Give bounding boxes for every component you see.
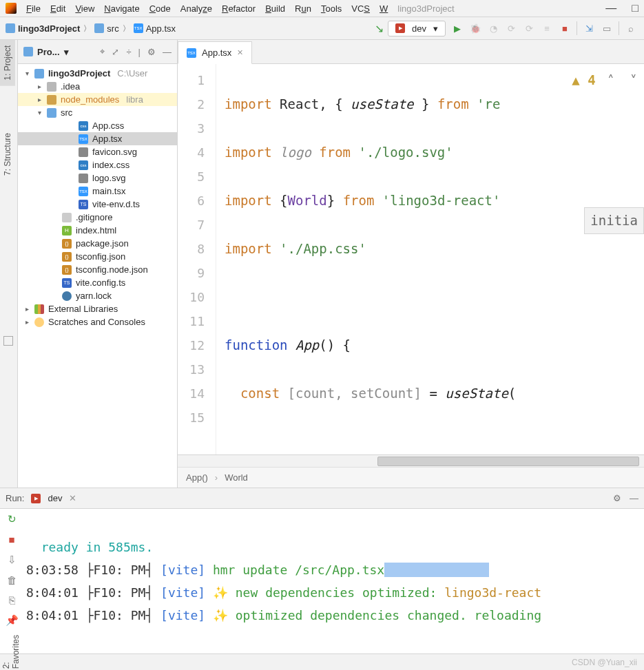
menu-code[interactable]: Code	[145, 2, 175, 15]
project-view-label[interactable]: Pro...	[37, 47, 60, 57]
menu-build[interactable]: Build	[261, 2, 289, 15]
project-tree-toolbar: Pro... ▾ ⌖ ⤢ ÷ | ⚙ —	[18, 40, 177, 64]
inspection-widget[interactable]: ▲ 4 ˄ ˅	[572, 68, 637, 92]
stop-button[interactable]: ■	[557, 21, 572, 36]
tree-folder-node-modules[interactable]: ▸ node_moduleslibra	[18, 93, 177, 106]
tree-file-vite-config[interactable]: vite.config.ts	[18, 276, 177, 289]
breadcrumb: lingo3dProject 〉 src 〉 App.tsx	[6, 23, 176, 34]
tree-file-package[interactable]: package.json	[18, 237, 177, 250]
tree-file-app-css[interactable]: App.css	[18, 119, 177, 132]
minimize-button[interactable]: —	[163, 47, 172, 57]
locate-button[interactable]: ⌖	[100, 46, 105, 57]
ts-icon	[62, 278, 72, 288]
breadcrumb-file[interactable]: App.tsx	[134, 23, 176, 34]
rerun-button[interactable]: ↻	[8, 513, 17, 525]
json-icon	[62, 252, 72, 262]
menu-analyze[interactable]: Analyze	[176, 2, 216, 15]
tree-root[interactable]: ▾ lingo3dProjectC:\User	[18, 67, 177, 80]
run-settings-button[interactable]: ⚙	[613, 493, 621, 503]
stop-process-button[interactable]: ■	[8, 534, 14, 545]
editor-scrollbar[interactable]	[178, 454, 644, 467]
settings-button[interactable]: ⚙	[147, 47, 156, 57]
tree-folder-idea[interactable]: ▸ .idea	[18, 80, 177, 93]
menu-run[interactable]: Run	[291, 2, 315, 15]
breadcrumb-root[interactable]: lingo3dProject	[6, 23, 80, 34]
code-content[interactable]: import React, { useState } from 're impo…	[216, 64, 644, 454]
tree-file-index-html[interactable]: index.html	[18, 224, 177, 237]
editor-breadcrumb[interactable]: App() › World	[178, 467, 644, 488]
navigation-bar: lingo3dProject 〉 src 〉 App.tsx ↘ dev ▾ ▶…	[0, 17, 644, 40]
json-icon	[62, 239, 72, 249]
project-tree[interactable]: ▾ lingo3dProjectC:\User ▸ .idea ▸ node_m…	[18, 64, 177, 488]
debug-button[interactable]: 🐞	[468, 21, 483, 36]
app-icon	[6, 3, 17, 14]
css-icon	[79, 160, 88, 170]
tree-file-viteenv[interactable]: vite-env.d.ts	[18, 198, 177, 211]
search-everywhere-button[interactable]: ⌕	[623, 21, 638, 36]
tree-file-tsconfig[interactable]: tsconfig.json	[18, 250, 177, 263]
pin-button[interactable]: 📌	[6, 614, 19, 627]
tree-file-logo[interactable]: logo.svg	[18, 171, 177, 185]
menu-tools[interactable]: Tools	[317, 2, 346, 15]
breadcrumb-src[interactable]: src	[94, 23, 118, 34]
down-button[interactable]: ⇩	[8, 554, 17, 566]
tree-file-yarn-lock[interactable]: yarn.lock	[18, 289, 177, 302]
tree-file-index-css[interactable]: index.css	[18, 158, 177, 171]
scratch-icon	[34, 317, 44, 327]
scrollbar-thumb[interactable]	[377, 457, 639, 466]
run-hide-button[interactable]: —	[630, 493, 638, 503]
tsx-icon	[79, 187, 88, 196]
toolwindow-tab-structure[interactable]: 7: Structure	[0, 127, 15, 181]
editor-panel: App.tsx ✕ 123456789101112131415 import R…	[178, 40, 644, 488]
parameter-hint: initia	[584, 207, 644, 234]
css-icon	[79, 121, 88, 131]
tree-folder-src[interactable]: ▾ src	[18, 106, 177, 119]
run-action-toolbar: ↻ ■ ⇩ 🗑 ⎘ 📌	[0, 509, 23, 653]
coverage-button[interactable]: ◔	[486, 21, 501, 36]
close-tab-icon[interactable]: ✕	[237, 48, 243, 57]
menu-file[interactable]: File	[22, 2, 45, 15]
library-icon	[34, 304, 44, 314]
structure-icon	[3, 336, 13, 346]
git-update-button[interactable]: ⇲	[581, 21, 596, 36]
more-button[interactable]: ≡	[539, 21, 554, 36]
tree-file-app-tsx[interactable]: App.tsx	[18, 132, 177, 145]
project-icon	[23, 47, 33, 56]
profile-button[interactable]: ⟳	[503, 21, 519, 36]
tree-external-libraries[interactable]: ▸External Libraries	[18, 302, 177, 315]
menu-navigate[interactable]: Navigate	[100, 2, 143, 15]
menu-refactor[interactable]: Refactor	[218, 2, 260, 15]
divide-button[interactable]: ÷	[126, 47, 131, 57]
run-button[interactable]: ▶	[450, 21, 465, 36]
tree-file-gitignore[interactable]: .gitignore	[18, 211, 177, 224]
tree-file-main[interactable]: main.tsx	[18, 185, 177, 198]
clear-button[interactable]: 🗑	[7, 574, 17, 586]
left-gutter: 1: Project 7: Structure	[0, 40, 18, 488]
code-area[interactable]: 123456789101112131415 import React, { us…	[178, 64, 644, 454]
toolwindow-tab-favorites[interactable]: 2: Favorites	[1, 635, 21, 669]
status-bar: 2: Favorites CSDN @Yuan_xii	[0, 653, 644, 670]
window-maximize[interactable]: □	[632, 2, 638, 14]
run-tab-name[interactable]: dev	[48, 493, 62, 503]
layout-button[interactable]: ▭	[599, 21, 614, 36]
tree-file-tsconfig-node[interactable]: tsconfig.node.json	[18, 263, 177, 276]
tree-scratches[interactable]: ▸Scratches and Consoles	[18, 315, 177, 328]
toolwindow-tab-project[interactable]: 1: Project	[0, 40, 15, 86]
run-config-selector[interactable]: dev ▾	[388, 21, 446, 36]
tree-file-favicon[interactable]: favicon.svg	[18, 145, 177, 158]
menu-edit[interactable]: Edit	[46, 2, 70, 15]
soft-wrap-button[interactable]: ⎘	[9, 594, 15, 606]
tsx-icon	[187, 48, 196, 58]
build-button[interactable]: ↘	[375, 22, 384, 35]
menu-view[interactable]: View	[71, 2, 98, 15]
window-minimize[interactable]: —	[605, 2, 616, 14]
expand-button[interactable]: ⤢	[112, 47, 119, 57]
attach-button[interactable]: ⟳	[521, 21, 537, 36]
menu-vcs[interactable]: VCS	[347, 2, 374, 15]
watermark: CSDN @Yuan_xii	[572, 658, 637, 667]
close-tab-icon[interactable]: ✕	[69, 493, 76, 503]
console-output[interactable]: ready in 585ms. 8:03:58 ├F10: PM┤ [vite]…	[23, 509, 644, 653]
menu-window[interactable]: W	[375, 2, 392, 15]
dropdown-icon[interactable]: ▾	[64, 47, 69, 57]
editor-tab-app[interactable]: App.tsx ✕	[178, 41, 252, 64]
